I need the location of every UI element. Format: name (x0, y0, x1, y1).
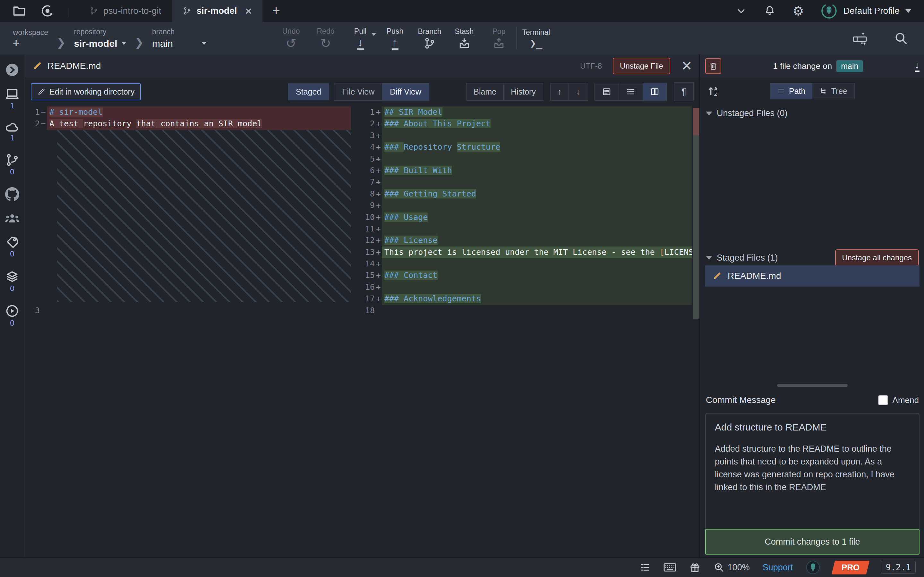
commit-button[interactable]: Commit changes to 1 file (705, 529, 919, 554)
split-diff-view-button[interactable] (643, 83, 667, 100)
amend-checkbox[interactable] (878, 395, 888, 405)
notifications-bell-icon[interactable] (764, 5, 776, 17)
push-button[interactable]: Push↑ (378, 22, 412, 55)
chevron-down-icon[interactable] (735, 5, 747, 17)
tab-sir-model[interactable]: sir-model × (172, 0, 263, 22)
whats-new-gift-icon[interactable] (689, 562, 701, 573)
gitkraken-squid-icon[interactable] (806, 560, 821, 575)
launchpad-icon[interactable] (851, 31, 868, 45)
new-tab-button[interactable]: + (262, 0, 290, 22)
path-view-tab[interactable]: Path (771, 83, 813, 99)
collapse-caret-icon (706, 111, 712, 115)
branch-badge[interactable]: main (837, 60, 863, 72)
diff-line: 10+### Usage (360, 211, 699, 223)
repository-selector[interactable]: repository sir-model (74, 22, 126, 55)
stash-button[interactable]: Stash (447, 22, 481, 55)
sidebar-item-cloud[interactable]: 1 (5, 121, 19, 142)
modified-file-pencil-icon (32, 61, 42, 71)
whitespace-pilcrow-button[interactable]: ¶ (674, 83, 693, 101)
staged-file-row[interactable]: README.md (705, 266, 919, 287)
sidebar-item-teams[interactable] (5, 212, 20, 224)
search-icon[interactable] (894, 31, 908, 45)
support-link[interactable]: Support (762, 562, 793, 572)
focus-orbit-icon[interactable] (40, 4, 55, 18)
sidebar-item-pull-requests[interactable]: 0 (5, 153, 19, 176)
pull-button[interactable]: Pull↓ (343, 22, 378, 55)
discard-changes-button[interactable] (705, 58, 721, 74)
commit-description-input[interactable]: Added structure to the README to outline… (715, 442, 910, 494)
staged-files-section-header[interactable]: Staged Files (1) Unstage all changes (700, 250, 924, 266)
diff-line: 17+### Acknowledgements (360, 293, 699, 305)
unstage-all-button[interactable]: Unstage all changes (835, 250, 919, 266)
diff-line: 5+ (360, 153, 699, 165)
add-workspace-icon[interactable]: + (13, 39, 48, 48)
left-sidebar: 1 1 0 0 0 0 (0, 55, 25, 558)
profile-menu[interactable]: Default Profile (821, 3, 911, 19)
keyboard-shortcuts-icon[interactable] (664, 562, 676, 572)
sidebar-item-github[interactable] (5, 187, 19, 201)
redo-button[interactable]: Redo↻ (309, 22, 343, 55)
pro-badge[interactable]: PRO (832, 561, 870, 574)
diff-line: 3+ (360, 130, 699, 141)
close-diff-icon[interactable]: ✕ (681, 61, 692, 71)
edit-in-working-directory-button[interactable]: Edit in working directory (31, 83, 141, 100)
commit-message-box[interactable]: Add structure to README Added structure … (705, 413, 919, 531)
workspace-selector[interactable]: workspace + (0, 22, 48, 55)
badge: 1 (10, 101, 14, 110)
pull-icon: ↓ (357, 37, 364, 50)
caret-down-icon (202, 42, 206, 45)
unstaged-files-section-header[interactable]: Unstaged Files (0) (700, 108, 924, 118)
modified-file-pencil-icon (712, 271, 722, 281)
pull-options-caret[interactable] (371, 33, 376, 36)
repository-label: repository (74, 27, 126, 36)
amend-control[interactable]: Amend (878, 395, 919, 405)
undo-button[interactable]: Undo↺ (274, 22, 309, 55)
branch-icon (423, 37, 436, 49)
settings-gear-icon[interactable]: ⚙ (792, 5, 804, 17)
terminal-button[interactable]: Terminal ❯_ (517, 22, 556, 55)
sidebar-item-stashes[interactable]: 0 (5, 269, 19, 293)
branch-selector[interactable]: branch main (152, 22, 206, 55)
changelog-list-icon[interactable] (640, 562, 651, 573)
diff-line: 1+## SIR Model (360, 106, 699, 118)
next-change-button[interactable]: ↓ (569, 83, 587, 100)
diff-view-tab[interactable]: Diff View (382, 83, 429, 100)
download-patch-icon[interactable]: ↓ (915, 60, 919, 72)
diff-line: 15+### Contact (360, 269, 699, 281)
sidebar-item-local-machine[interactable]: 1 (5, 88, 19, 110)
app-version: 9.2.1 (881, 561, 916, 574)
close-tab-icon[interactable]: × (246, 5, 252, 16)
pop-button[interactable]: Pop (481, 22, 516, 55)
commit-summary-input[interactable]: Add structure to README (715, 422, 910, 433)
diff-line: 12+### License (360, 235, 699, 246)
hunk-list-view-button[interactable] (619, 83, 643, 100)
zoom-control[interactable]: 100% (714, 562, 750, 573)
staged-chip: Staged (288, 83, 329, 100)
prev-change-button[interactable]: ↑ (551, 83, 569, 100)
sidebar-item-tags[interactable]: 0 (5, 235, 19, 258)
tab-psu-intro-to-git[interactable]: psu-intro-to-git (79, 0, 172, 22)
panel-resize-handle[interactable] (777, 384, 848, 387)
tab-label: sir-model (197, 6, 237, 16)
unstage-file-button[interactable]: Unstage File (613, 58, 670, 74)
sidebar-item-focus[interactable] (5, 63, 19, 77)
history-button[interactable]: History (503, 83, 543, 100)
diff-line: 9+ (360, 200, 699, 211)
blame-button[interactable]: Blame (467, 83, 503, 100)
status-bar: 100% Support PRO 9.2.1 (0, 557, 924, 577)
sidebar-item-pipelines[interactable]: 0 (5, 304, 19, 327)
path-tree-toggle: Path Tree (770, 83, 855, 99)
workspace-label: workspace (13, 28, 48, 37)
diff-minimap-scrollbar[interactable] (693, 108, 699, 319)
terminal-icon: ❯_ (530, 38, 543, 48)
sort-az-icon[interactable]: AZ (707, 85, 720, 97)
diff-line: 2+### About This Project (360, 118, 699, 129)
diff-line: 16+ (360, 282, 699, 293)
repo-folder-icon[interactable] (12, 4, 26, 18)
commit-message-label: Commit Message (706, 395, 776, 405)
branch-button[interactable]: Branch (412, 22, 447, 55)
file-view-tab[interactable]: File View (334, 83, 382, 100)
tree-view-tab[interactable]: Tree (813, 83, 854, 99)
encoding-label: UTF-8 (580, 61, 602, 71)
inline-diff-view-button[interactable] (595, 83, 619, 100)
